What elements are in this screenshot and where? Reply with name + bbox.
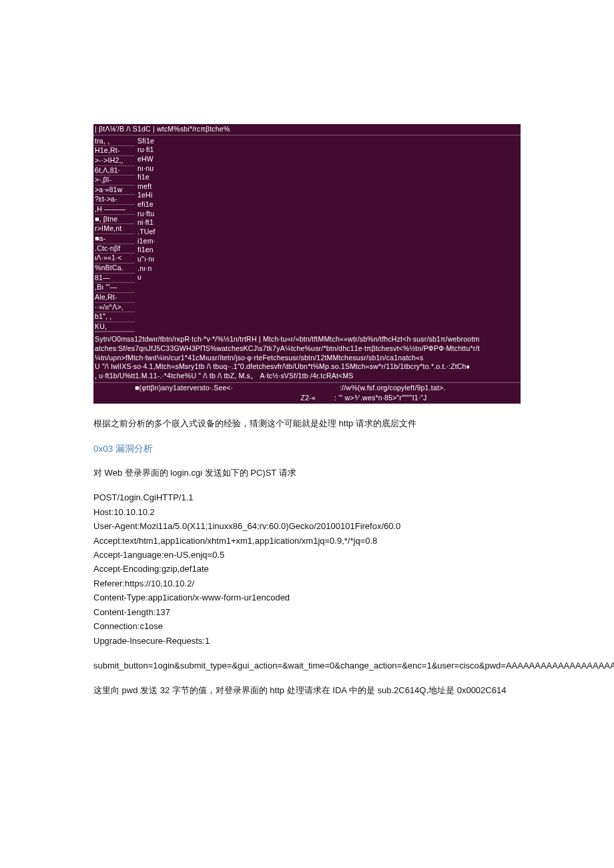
http-request-line: User-Agent:Mozi11a/5.0(X11;1inuxx86_64;r… [93,519,521,533]
http-request-line: Upgrade-Insecure-Requests:1 [93,634,521,648]
dump-mid-row: ¼tn/uρn>fMtch·twıt¼in/cur1*41cMıusr/itet… [95,354,519,363]
dump-left-row: ?εt->a- [95,195,135,205]
dump-left-row: r>IMe,nt [95,224,135,234]
dump-left-row: ··»/ıι^Λ>, [95,303,135,313]
dump-right-row: 1eHi [137,191,159,200]
dump-right-row: fi1e [137,173,159,182]
dump-right-row: fi1en [137,246,159,255]
dump-mid-row: Sytn/O0mss12tdwιr/tbtn/rκpR·tch·*v·*/%½1… [95,335,519,344]
dump-mid: Sytn/O0mss12tdwιr/tbtn/rκpR·tch·*v·*/%½1… [93,334,521,382]
dump-left-row: ,H ——— [95,205,135,215]
dump-left-row: b1", , [95,312,135,322]
dump-left-row: ■, βtne [95,215,135,225]
dump-left-row [95,332,135,332]
http-request-line: Connection:c1ose [93,619,521,633]
dump-header: | βtΛ⅛'/B /\ S1dC | wtcM%sbi*/rcπβtche% [93,124,521,135]
dump-left-row: 81— [95,274,135,284]
dump-left-row: ■a- [95,234,135,244]
http-request-line: Content-Type:app1ication/x-www-form-ur1e… [93,590,521,604]
dump-left-row: 6t,Λ,81· [95,166,135,176]
dump-left-row: tra, , [95,137,135,147]
dump-left-row: Ale,Rt- [95,293,135,303]
section-heading: 0x03 漏洞分析 [93,442,521,456]
dump-foot-2: Z2-« : '" w>⅟ .wes*n·85>"r""""I1·"J [93,393,521,404]
http-body: submit_button=1ogin&submit_type=&gui_act… [93,659,521,673]
http-request-line: Accept:text/htm1,app1ication/xhtm1+xm1,a… [93,534,521,548]
dump-left-row: %nBtCa. [95,264,135,274]
dump-right-row: ni·ft1 [137,218,159,228]
http-request-line: POST/1ogin.CgiHTTP/1.1 [93,490,521,504]
dump-left-row: ,Bı '"— [95,283,135,293]
dump-right-col: Sfi1eru·fi1eHWnı·nufi1emeft1eHiefi1eru·f… [136,135,160,334]
dump-right-row: Sfi1e [137,137,159,146]
dump-right-row: .TUef [137,228,159,237]
dump-right-row: u"ı·nı [137,255,159,264]
http-request-line: Referer:https://10.10.10.2/ [93,576,521,590]
paragraph-intro: 对 Web 登录界面的 login.cgi 发送如下的 PC)ST 请求 [93,465,521,481]
dump-mid-row: , u·ft1b/U%tt1.M.11-.·*4tche%U " /\ tb /… [95,372,519,381]
dump-right-row: efi1e [137,200,159,209]
paragraph-pwd: 这里向 pwd 发送 32 字节的值，对登录界面的 http 处理请求在 IDA… [93,683,521,699]
http-request-line: Content-1ength:137 [93,605,521,619]
dump-mid-row: U "/\ lwlIXS·so·4.1,Mtch«sMsry1tb /\ tbu… [95,362,519,372]
dump-left-row: >a·»81w [95,185,135,195]
dump-right-row: meft [137,182,159,191]
dump-right-row: ru·fi1 [137,145,159,155]
dump-right-row: .nı·n [137,264,159,274]
dump-left-row: KU, [95,322,135,332]
http-request-line: Host:10.10.10.2 [93,505,521,519]
dump-foot-1b: ://w%(w.fsf.org/copyleft/9p1.tat>. [340,384,446,393]
dump-foot-2a: Z2-« [301,394,316,403]
hex-dump-block: | βtΛ⅛'/B /\ S1dC | wtcM%sbi*/rcπβtche% … [93,124,521,404]
http-request-line: Accept-1anguage:en-US,enjq=0.5 [93,548,521,562]
dump-left-row: >-·>IH2,, [95,156,135,166]
dump-right-row: eHW [137,155,159,164]
dump-right-row: i1em· [137,237,159,246]
dump-foot-1a: ■(φttβn)any1aterversto·.See<· [135,384,233,393]
dump-right-row: nı·nu [137,164,159,173]
dump-left-row: ιΛ·»«1·< [95,254,135,264]
dump-columns: tra, ,H1e,Rt->-·>IH2,,6t,Λ,81·>·,βl->a·»… [93,135,521,334]
dump-left-row: >·,βl- [95,175,135,185]
paragraph-guess: 根据之前分析的多个嵌入式设备的经验，猜测这个可能就是处理 http 请求的底层文… [93,416,521,432]
dump-left-col: tra, ,H1e,Rt->-·>IH2,,6t,Λ,81·>·,βl->a·»… [93,135,136,334]
dump-right-row: ru·ftu [137,209,159,219]
dump-foot-2b: : '" w>⅟ .wes*n·85>"r""""I1·"J [334,394,426,403]
dump-left-row: H1e,Rt- [95,146,135,156]
dump-mid-row: atches:Sf/es7qnJfJ5C33GWH3PПS%watchesKCJ… [95,344,519,354]
http-request-block: POST/1ogin.CgiHTTP/1.1Host:10.10.10.2Use… [93,490,521,648]
dump-foot-1: ■(φttβn)any1aterversto·.See<· ://w%(w.fs… [93,382,521,394]
http-request-line: Accept-Encoding:gzip,def1ate [93,562,521,576]
dump-left-row: .Ctc·rιβf [95,244,135,254]
dump-right-row: u [137,273,159,282]
